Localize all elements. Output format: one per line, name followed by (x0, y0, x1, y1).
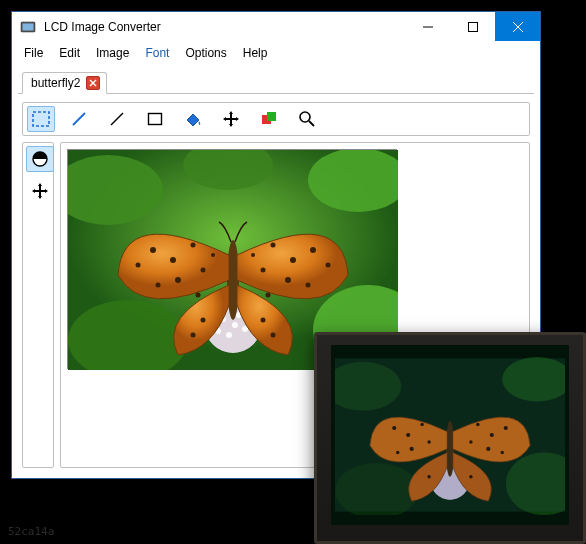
move-icon (222, 110, 240, 128)
watermark: 52ca14a (8, 525, 54, 538)
tab-close-button[interactable] (86, 76, 100, 90)
menu-file[interactable]: File (16, 44, 51, 62)
menu-image[interactable]: Image (88, 44, 137, 62)
circle-half-icon (31, 150, 49, 168)
window-title: LCD Image Converter (44, 20, 405, 34)
svg-point-38 (201, 268, 206, 273)
svg-point-28 (226, 332, 232, 338)
tab-butterfly2[interactable]: butterfly2 (22, 72, 107, 94)
svg-point-47 (306, 283, 311, 288)
titlebar: LCD Image Converter (12, 12, 540, 42)
color-icon (260, 110, 278, 128)
svg-rect-8 (33, 112, 49, 126)
side-move-tool[interactable] (26, 178, 54, 204)
select-rect-icon (31, 110, 51, 128)
minimize-button[interactable] (405, 12, 450, 41)
svg-rect-13 (267, 112, 276, 121)
menu-help[interactable]: Help (235, 44, 276, 62)
svg-rect-1 (23, 24, 34, 31)
svg-point-50 (201, 318, 206, 323)
svg-point-37 (175, 277, 181, 283)
svg-point-14 (300, 112, 310, 122)
color-tool[interactable] (255, 106, 283, 132)
tabbar: butterfly2 (12, 70, 540, 94)
side-toolbar (22, 142, 54, 468)
svg-rect-11 (149, 114, 162, 125)
svg-point-45 (285, 277, 291, 283)
svg-point-35 (170, 257, 176, 263)
line-tool[interactable] (103, 106, 131, 132)
menu-font[interactable]: Font (137, 44, 177, 62)
svg-point-43 (290, 257, 296, 263)
svg-point-41 (196, 293, 201, 298)
svg-point-46 (261, 268, 266, 273)
svg-point-44 (271, 243, 276, 248)
svg-point-39 (156, 283, 161, 288)
svg-point-52 (261, 318, 266, 323)
menubar: File Edit Image Font Options Help (12, 42, 540, 64)
zoom-tool[interactable] (293, 106, 321, 132)
move-icon (31, 182, 49, 200)
lcd-device (314, 332, 586, 544)
menu-options[interactable]: Options (177, 44, 234, 62)
pencil-icon (70, 110, 88, 128)
svg-point-48 (326, 263, 331, 268)
svg-line-15 (309, 121, 314, 126)
lcd-butterfly-image (335, 355, 565, 515)
svg-point-51 (191, 333, 196, 338)
tab-label: butterfly2 (31, 76, 80, 90)
svg-point-30 (232, 322, 238, 328)
line-icon (108, 110, 126, 128)
lcd-screen (331, 345, 569, 525)
svg-rect-78 (335, 358, 565, 511)
move-tool-button[interactable] (217, 106, 245, 132)
zoom-icon (298, 110, 316, 128)
svg-point-55 (251, 253, 255, 257)
rectangle-icon (146, 110, 164, 128)
fill-icon (183, 110, 203, 128)
svg-point-54 (211, 253, 215, 257)
svg-line-10 (111, 113, 123, 125)
close-button[interactable] (495, 12, 540, 41)
svg-point-42 (310, 247, 316, 253)
menu-edit[interactable]: Edit (51, 44, 88, 62)
select-rect-tool[interactable] (27, 106, 55, 132)
side-fill-tool[interactable] (26, 146, 54, 172)
svg-rect-3 (468, 22, 477, 31)
window-buttons (405, 12, 540, 42)
rectangle-tool[interactable] (141, 106, 169, 132)
svg-point-49 (266, 293, 271, 298)
toolbar (22, 102, 530, 136)
svg-point-53 (271, 333, 276, 338)
svg-point-34 (150, 247, 156, 253)
app-icon (20, 19, 36, 35)
svg-line-9 (73, 113, 85, 125)
maximize-button[interactable] (450, 12, 495, 41)
pencil-tool[interactable] (65, 106, 93, 132)
svg-point-36 (191, 243, 196, 248)
svg-point-40 (136, 263, 141, 268)
fill-tool-button[interactable] (179, 106, 207, 132)
